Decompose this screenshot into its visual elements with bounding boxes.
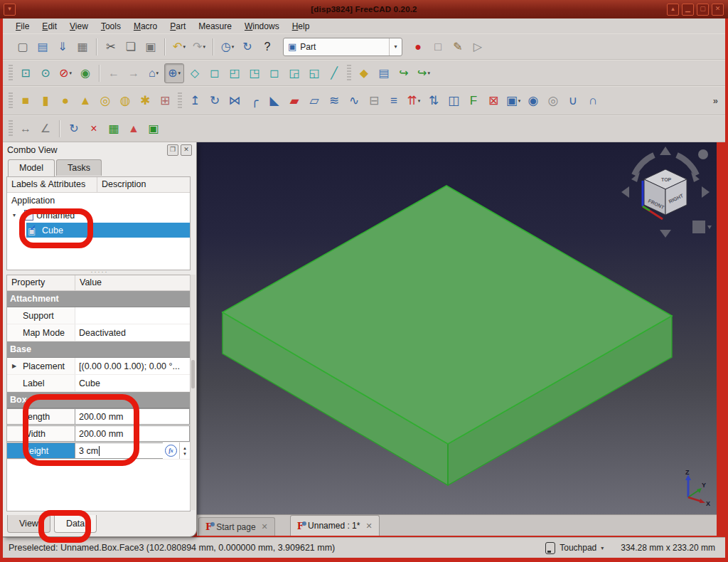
expression-editor-icon[interactable]: fx (165, 445, 177, 457)
dropdown-arrow-icon[interactable]: ▾ (427, 70, 430, 76)
measure-clear-all-button[interactable]: × (85, 120, 103, 138)
group-attachment[interactable]: Attachment (7, 291, 190, 307)
panel-splitter[interactable]: ····· (3, 270, 196, 274)
axonometric-view-button[interactable]: ◇ (186, 64, 204, 83)
length-value[interactable]: 200.00 mm (75, 408, 190, 425)
property-row-placement[interactable]: ▶ Placement [(0.00 0.00 1.00); 0.00 °... (7, 358, 190, 375)
tube-button[interactable]: ◍ (116, 92, 134, 110)
undo-button[interactable]: ↶▾ (170, 38, 188, 56)
measure-refresh-button[interactable]: ↻ (65, 120, 83, 138)
menu-view[interactable]: View (64, 20, 94, 33)
box-button[interactable]: ■ (16, 92, 35, 110)
cut-boolean-button[interactable]: ◎ (544, 92, 562, 110)
right-view-button[interactable]: ◳ (245, 64, 264, 83)
property-row-height[interactable]: Height 3 cm fx ▲ ▼ (7, 442, 190, 460)
dropdown-arrow-icon[interactable]: ▾ (156, 70, 159, 76)
minimize-window-button[interactable]: ▁ (682, 4, 694, 16)
tree-item-application[interactable]: Application (7, 193, 190, 208)
dropdown-arrow-icon[interactable]: ▾ (232, 44, 235, 50)
cylinder-button[interactable]: ▮ (36, 92, 55, 110)
workbench-dropdown-icon[interactable]: ▾ (389, 38, 402, 55)
cut-button[interactable]: ✂ (102, 38, 120, 56)
spin-down-icon[interactable]: ▼ (183, 452, 187, 456)
navigate-forward-button[interactable]: → (124, 64, 143, 83)
property-row-label[interactable]: Label Cube (7, 375, 190, 392)
home-view-button[interactable]: ⌂▾ (144, 64, 163, 83)
ruled-surface-button[interactable]: ▱ (305, 92, 323, 110)
tree-item-cube[interactable]: ▣ ✓ Cube (26, 223, 190, 238)
new-file-button[interactable]: ▢ (14, 38, 32, 56)
thickness-button[interactable]: ⇅ (424, 92, 443, 110)
toggle-measurement-visibility-button[interactable]: ▣ (144, 120, 163, 138)
cross-sections-button[interactable]: ≡ (385, 92, 403, 110)
whats-this-button[interactable]: ? (258, 38, 277, 56)
union-button[interactable]: ∪ (564, 92, 582, 110)
support-value[interactable] (75, 307, 190, 324)
property-row-width[interactable]: Width 200.00 mm (7, 425, 190, 442)
tab-unnamed-document[interactable]: F Unnamed : 1* ✕ (290, 515, 380, 536)
validate-button[interactable]: ◷▾ (218, 38, 237, 56)
intersection-button[interactable]: ∩ (584, 92, 602, 110)
property-row-map-mode[interactable]: Map Mode Deactivated (7, 324, 190, 341)
property-row-length[interactable]: Length 200.00 mm (7, 408, 190, 425)
menu-macro[interactable]: Macro (128, 20, 163, 33)
defeaturing-button[interactable]: ⊠ (484, 92, 503, 110)
offset-button[interactable]: ⇈▾ (405, 92, 423, 110)
dropdown-arrow-icon[interactable]: ▾ (178, 70, 181, 76)
navigation-style-dropdown-icon[interactable]: ▾ (601, 545, 604, 551)
section-button[interactable]: ⊟ (365, 92, 383, 110)
top-view-button[interactable]: ◰ (225, 64, 244, 83)
float-panel-icon[interactable]: ❐ (167, 144, 178, 156)
selection-bounding-box-button[interactable]: ◉ (76, 64, 95, 83)
torus-button[interactable]: ◎ (96, 92, 114, 110)
toolbar-grip[interactable] (347, 65, 351, 82)
copy-button[interactable]: ❏ (122, 38, 140, 56)
menu-part[interactable]: Part (164, 20, 191, 33)
map-mode-value[interactable]: Deactivated (75, 324, 190, 341)
placement-value[interactable]: [(0.00 0.00 1.00); 0.00 °... (75, 358, 190, 374)
window-menu-button[interactable]: ▾ (4, 4, 16, 16)
navigate-back-button[interactable]: ← (105, 64, 123, 83)
toolbar-grip[interactable] (178, 92, 182, 110)
height-spinner[interactable]: ▲ ▼ (179, 442, 190, 459)
collapse-caret-icon[interactable]: ▾ (13, 212, 20, 218)
toolbar-grip[interactable] (9, 65, 13, 82)
dropdown-arrow-icon[interactable]: ▾ (418, 98, 421, 104)
make-link-button[interactable]: ↪ (395, 64, 413, 83)
navigation-style-value[interactable]: Touchpad (560, 543, 596, 553)
save-button[interactable]: ⇓ (53, 38, 72, 56)
make-sub-link-button[interactable]: ↪▾ (414, 64, 433, 83)
macro-record-button[interactable]: ● (409, 38, 427, 56)
macro-edit-button[interactable]: ✎ (449, 38, 467, 56)
refresh-button[interactable]: ↻ (238, 38, 257, 56)
fillet-button[interactable]: ╭ (245, 92, 264, 110)
compound-filter-button[interactable]: ◫ (444, 92, 463, 110)
fit-all-button[interactable]: ⊡ (16, 64, 35, 83)
loft-button[interactable]: ≋ (325, 92, 343, 110)
macro-stop-button[interactable]: □ (429, 38, 447, 56)
toggle-measurement-delta-button[interactable]: ▲ (124, 120, 143, 138)
close-window-button[interactable]: ✕ (712, 4, 724, 16)
dropdown-arrow-icon[interactable]: ▾ (518, 98, 521, 104)
draw-style-button[interactable]: ⊘▾ (56, 64, 75, 83)
front-view-button[interactable]: ◻ (205, 64, 224, 83)
menu-file[interactable]: File (10, 20, 35, 33)
tab-tasks[interactable]: Tasks (56, 159, 102, 176)
property-scrollbar[interactable] (190, 275, 196, 510)
navigation-cube[interactable]: TOP FRONT RIGHT (619, 145, 712, 239)
menu-measure[interactable]: Measure (193, 20, 237, 33)
cone-button[interactable]: ▲ (76, 92, 95, 110)
width-value[interactable]: 200.00 mm (75, 425, 190, 442)
close-tab-icon[interactable]: ✕ (262, 522, 268, 531)
dropdown-arrow-icon[interactable]: ▾ (183, 44, 186, 50)
create-group-button[interactable]: ▤ (375, 64, 393, 83)
viewport-3d[interactable]: TOP FRONT RIGHT Z Y X (197, 142, 717, 514)
group-base[interactable]: Base (7, 341, 190, 358)
sphere-button[interactable]: ● (56, 92, 75, 110)
dropdown-arrow-icon[interactable]: ▾ (203, 44, 205, 50)
tab-model[interactable]: Model (8, 159, 55, 176)
property-row-support[interactable]: Support (7, 307, 190, 324)
close-panel-icon[interactable]: ✕ (181, 144, 192, 156)
workbench-selector[interactable]: ▣ Part ▾ (283, 38, 402, 56)
bottom-view-button[interactable]: ◲ (285, 64, 304, 83)
